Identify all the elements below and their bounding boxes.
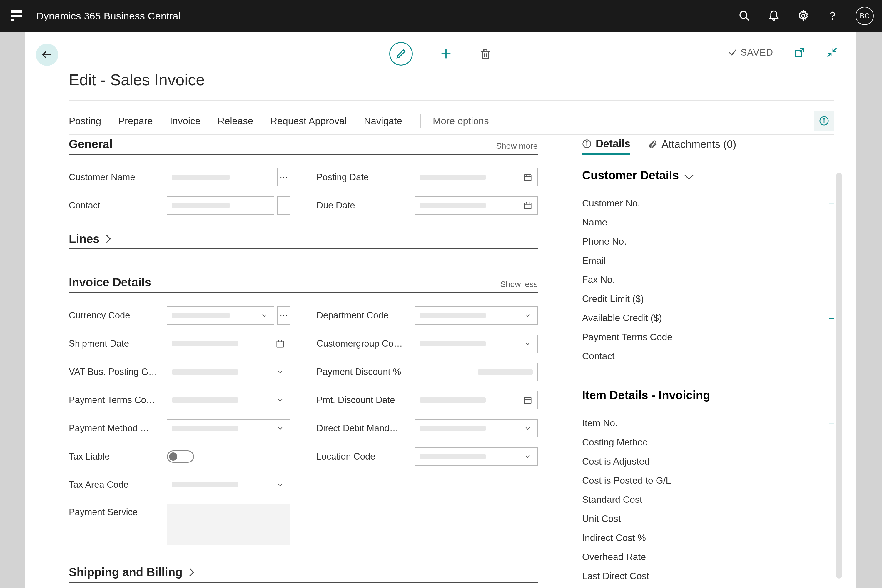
collapse-icon[interactable] — [826, 46, 838, 58]
section-shipping-header[interactable]: Shipping and Billing — [69, 566, 538, 583]
ribbon-tab-invoice[interactable]: Invoice — [170, 116, 201, 127]
popout-icon[interactable] — [794, 46, 806, 58]
calendar-icon[interactable] — [273, 335, 287, 352]
fb-row-standard-cost: Standard Cost — [582, 490, 834, 509]
section-lines-header[interactable]: Lines — [69, 232, 538, 249]
chevron-down-icon[interactable] — [273, 392, 287, 409]
fb-row-credit-limit: Credit Limit ($) — [582, 289, 834, 308]
fb-row-cost-adjusted: Cost is Adjusted — [582, 452, 834, 471]
factbox-tab-attachments[interactable]: Attachments (0) — [648, 138, 736, 154]
label-tax-area: Tax Area Code — [69, 480, 166, 490]
invoice-details-show-less[interactable]: Show less — [500, 280, 538, 289]
label-payment-discount-pct: Payment Discount % — [316, 367, 414, 377]
fb-row-last-direct-cost: Last Direct Cost — [582, 567, 834, 586]
help-icon[interactable] — [826, 9, 839, 22]
input-posting-date[interactable] — [415, 168, 538, 186]
label-customer-name: Customer Name — [69, 172, 166, 183]
chevron-right-icon — [102, 236, 110, 242]
input-payment-discount-pct[interactable] — [415, 363, 538, 381]
calendar-icon[interactable] — [521, 196, 534, 214]
fb-row-fax: Fax No. — [582, 270, 834, 289]
svg-point-36 — [586, 141, 587, 142]
input-customergroup-code[interactable] — [415, 334, 538, 353]
svg-line-1 — [746, 17, 749, 20]
input-pmt-discount-date[interactable] — [415, 391, 538, 409]
fb-row-overhead-rate: Overhead Rate — [582, 548, 834, 567]
svg-point-0 — [740, 12, 747, 18]
label-customergroup-code: Customergroup Co… — [316, 338, 414, 349]
section-general-header[interactable]: General Show more — [69, 138, 538, 154]
factbox-tab-details[interactable]: Details — [582, 138, 630, 154]
input-department-code[interactable] — [415, 306, 538, 325]
assist-customer-name[interactable]: ⋯ — [277, 168, 290, 186]
input-payment-service[interactable] — [167, 504, 290, 545]
assist-contact[interactable]: ⋯ — [277, 196, 290, 214]
label-payment-method: Payment Method … — [69, 423, 166, 434]
svg-point-3 — [832, 19, 833, 20]
notifications-icon[interactable] — [767, 9, 780, 22]
label-vat-bus: VAT Bus. Posting G… — [69, 367, 166, 377]
general-show-more[interactable]: Show more — [496, 141, 538, 151]
chevron-down-icon[interactable] — [521, 307, 534, 324]
input-vat-bus[interactable] — [167, 363, 290, 381]
toggle-tax-liable[interactable] — [167, 450, 194, 463]
action-ribbon: Posting Prepare Invoice Release Request … — [69, 108, 834, 135]
label-pmt-discount-date: Pmt. Discount Date — [316, 395, 414, 405]
ribbon-tab-prepare[interactable]: Prepare — [118, 116, 153, 127]
fb-row-name: Name — [582, 213, 834, 232]
chevron-down-icon[interactable] — [521, 335, 534, 352]
section-invoice-details-header[interactable]: Invoice Details Show less — [69, 276, 538, 293]
label-due-date: Due Date — [316, 200, 414, 211]
ribbon-tab-posting[interactable]: Posting — [69, 116, 101, 127]
svg-point-2 — [802, 14, 805, 18]
factbox-item-details-header[interactable]: Item Details - Invoicing — [582, 388, 834, 402]
input-payment-terms[interactable] — [167, 391, 290, 409]
ribbon-tab-release[interactable]: Release — [218, 116, 253, 127]
settings-icon[interactable] — [797, 9, 810, 22]
chevron-down-icon[interactable] — [273, 420, 287, 437]
app-launcher-icon[interactable] — [8, 8, 25, 24]
fb-row-payment-terms: Payment Terms Code — [582, 327, 834, 346]
chevron-down-icon[interactable] — [521, 420, 534, 437]
svg-rect-22 — [525, 203, 531, 209]
input-direct-debit[interactable] — [415, 419, 538, 438]
assist-currency-code[interactable]: ⋯ — [277, 306, 290, 325]
ribbon-tab-request-approval[interactable]: Request Approval — [270, 116, 347, 127]
input-payment-method[interactable] — [167, 419, 290, 438]
svg-line-14 — [833, 48, 836, 51]
input-contact[interactable] — [167, 196, 274, 214]
fb-row-item-no: Item No.– — [582, 414, 834, 433]
svg-point-17 — [824, 118, 825, 119]
calendar-icon[interactable] — [521, 168, 534, 186]
input-location-code[interactable] — [415, 447, 538, 466]
factbox-toggle-icon[interactable] — [814, 111, 834, 131]
chevron-down-icon[interactable] — [258, 307, 271, 324]
ribbon-more-options[interactable]: More options — [433, 116, 489, 127]
chevron-down-icon[interactable] — [273, 476, 287, 494]
app-brand-title: Dynamics 365 Business Central — [36, 10, 181, 22]
input-tax-area[interactable] — [167, 476, 290, 494]
fb-row-contact: Contact — [582, 346, 834, 366]
fb-row-phone: Phone No. — [582, 232, 834, 251]
label-tax-liable: Tax Liable — [69, 451, 166, 462]
label-location-code: Location Code — [316, 451, 414, 462]
fb-row-costing-method: Costing Method — [582, 433, 834, 452]
calendar-icon[interactable] — [521, 392, 534, 409]
ribbon-tab-navigate[interactable]: Navigate — [364, 116, 402, 127]
input-due-date[interactable] — [415, 196, 538, 214]
chevron-down-icon[interactable] — [521, 448, 534, 465]
input-shipment-date[interactable] — [167, 334, 290, 353]
input-currency-code[interactable] — [167, 306, 274, 325]
factbox-scrollbar[interactable] — [836, 173, 842, 579]
search-icon[interactable] — [738, 9, 751, 22]
edit-mode-button[interactable] — [389, 42, 413, 66]
chevron-right-icon — [186, 570, 193, 575]
fb-row-cost-posted: Cost is Posted to G/L — [582, 471, 834, 490]
delete-button[interactable] — [479, 48, 492, 60]
input-customer-name[interactable] — [167, 168, 274, 186]
new-record-button[interactable] — [439, 47, 453, 61]
factbox-customer-details-header[interactable]: Customer Details — [582, 169, 834, 182]
chevron-down-icon[interactable] — [273, 363, 287, 381]
user-avatar[interactable]: BC — [855, 7, 874, 25]
svg-rect-18 — [525, 175, 531, 180]
